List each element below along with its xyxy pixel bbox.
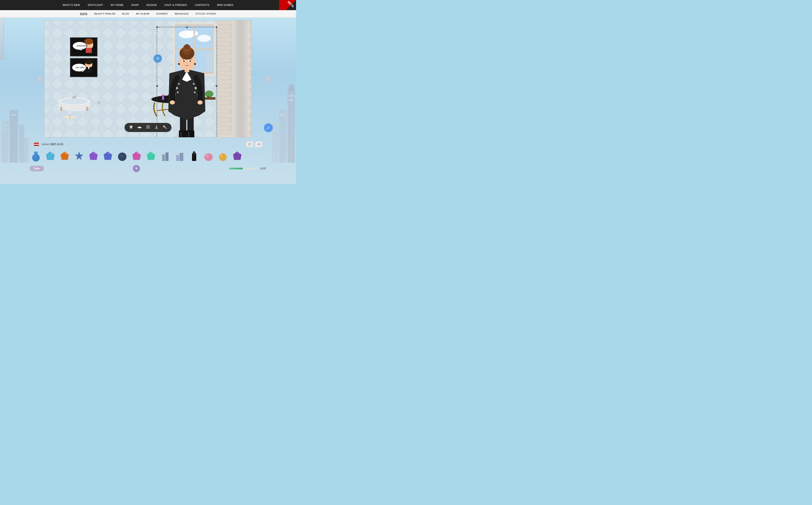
item-blue-gem2[interactable] (102, 150, 114, 162)
subnav-blog[interactable]: BLOG (119, 10, 133, 17)
svg-rect-232 (192, 154, 196, 161)
svg-point-233 (192, 153, 196, 154)
subnav-stylist-studio[interactable]: STYLIST STUDIO (192, 10, 220, 17)
item-dark-gem[interactable] (116, 150, 129, 162)
arrow-left-button[interactable]: ‹ (36, 75, 43, 82)
item-teal-gem[interactable] (44, 150, 57, 162)
item-bottle-pink[interactable] (188, 150, 201, 162)
svg-rect-80 (218, 114, 235, 118)
svg-rect-88 (218, 130, 235, 135)
svg-rect-193 (248, 143, 251, 146)
progress-fill (229, 168, 243, 169)
svg-point-196 (259, 143, 260, 144)
item-star-gem[interactable] (73, 150, 86, 162)
svg-point-198 (259, 145, 260, 145)
subnav-suite[interactable]: SUITE (77, 10, 91, 17)
sticker-1[interactable]: OOOOOPS! (70, 37, 98, 56)
svg-point-117 (85, 59, 92, 64)
move-icon[interactable]: ✛ (153, 54, 162, 63)
handle-tr[interactable] (216, 26, 217, 28)
suite-toolbar (125, 123, 171, 132)
curtain (232, 20, 249, 137)
svg-rect-125 (73, 96, 75, 98)
country-flag (34, 143, 39, 146)
nav-chat-friends[interactable]: CHAT & FRIENDS (160, 0, 191, 10)
suite-canvas: OOOOOPS! (44, 20, 252, 138)
subnav-my-album[interactable]: MY ALBUM (133, 10, 153, 17)
svg-rect-228 (176, 155, 179, 161)
handle-tm[interactable] (186, 26, 188, 28)
svg-rect-44 (218, 37, 235, 42)
svg-rect-86 (218, 126, 230, 130)
svg-rect-229 (180, 153, 183, 161)
item-city-icon[interactable] (159, 150, 172, 162)
download-button[interactable] (154, 125, 159, 130)
nav-spotlight[interactable]: SPOTLIGHT (84, 0, 107, 10)
svg-marker-212 (75, 151, 83, 160)
item-purple-gem[interactable] (87, 150, 100, 162)
svg-rect-122 (61, 107, 62, 111)
undo-button[interactable] (162, 125, 167, 130)
svg-rect-66 (218, 84, 230, 88)
svg-rect-40 (218, 29, 235, 33)
svg-rect-56 (218, 63, 235, 67)
svg-rect-64 (218, 79, 235, 84)
top-nav: WHAT'S NEW SPOTLIGHT MY HOME SHOP DESIGN… (0, 0, 296, 10)
handle-ml[interactable] (156, 85, 158, 87)
sub-nav: SUITE BEAUTY PARLOR BLOG MY ALBUM SCENER… (0, 10, 296, 18)
nav-design[interactable]: DESIGN (142, 0, 160, 10)
subnav-messages[interactable]: MESSAGES (171, 10, 192, 17)
svg-rect-48 (218, 46, 235, 50)
scroll-down-button[interactable]: ▼ (133, 165, 140, 172)
subnav-scenery[interactable]: SCENERY (153, 10, 171, 17)
nav-contests[interactable]: CONTESTS (191, 0, 213, 10)
svg-rect-186 (155, 128, 158, 129)
item-orange-gem[interactable] (59, 150, 71, 162)
nav-shop[interactable]: SHOP (127, 0, 142, 10)
svg-rect-68 (218, 88, 235, 92)
svg-rect-50 (218, 50, 230, 54)
hat-button[interactable] (137, 125, 142, 130)
arrow-right-button[interactable]: › (264, 75, 272, 82)
item-pink-gem2[interactable] (202, 150, 215, 162)
svg-rect-183 (146, 126, 150, 126)
svg-rect-60 (218, 71, 235, 75)
svg-rect-184 (146, 127, 150, 127)
item-yellow-gem[interactable] (217, 150, 229, 162)
share-button[interactable] (255, 141, 262, 147)
item-purple-gem2[interactable] (231, 150, 244, 162)
item-blue-bottle[interactable] (30, 150, 42, 162)
svg-point-109 (84, 38, 93, 44)
confirm-button[interactable]: ✓ (264, 123, 273, 132)
info-button[interactable] (246, 141, 253, 147)
item-city-icon2[interactable] (173, 150, 186, 162)
svg-point-236 (219, 153, 227, 161)
bottom-info-bar: Joined: 2007-11-01 (0, 140, 296, 149)
list-button[interactable] (146, 125, 150, 130)
share-area (246, 141, 262, 147)
item-pink-gem[interactable] (130, 150, 143, 162)
svg-rect-226 (162, 154, 162, 154)
save-button[interactable]: Save (30, 166, 44, 171)
suite-wrapper: ‹ (44, 20, 252, 138)
handle-mr[interactable] (216, 85, 217, 87)
progress-text: 42/87 (260, 167, 266, 170)
outfit-button[interactable] (129, 125, 133, 130)
beta-text: BETA (287, 0, 295, 8)
svg-rect-37 (218, 25, 230, 29)
nav-mini-games[interactable]: MINI GAMES (213, 0, 237, 10)
nav-my-home[interactable]: MY HOME (107, 0, 127, 10)
svg-point-204 (34, 155, 36, 158)
nav-whats-new[interactable]: WHAT'S NEW (59, 0, 84, 10)
item-teal-gem2[interactable] (145, 150, 157, 162)
subnav-beauty-parlor[interactable]: BEAUTY PARLOR (91, 10, 119, 17)
sticker-2[interactable]: HEY GIRL! (70, 58, 98, 77)
selection-box (157, 27, 217, 138)
svg-point-219 (122, 156, 123, 157)
handle-tl[interactable] (156, 26, 158, 28)
bathtub (57, 91, 91, 112)
delete-item-button[interactable]: ✕ (98, 101, 100, 105)
main-content: ‹ (0, 18, 296, 140)
svg-rect-185 (146, 128, 150, 128)
svg-rect-52 (218, 54, 235, 58)
